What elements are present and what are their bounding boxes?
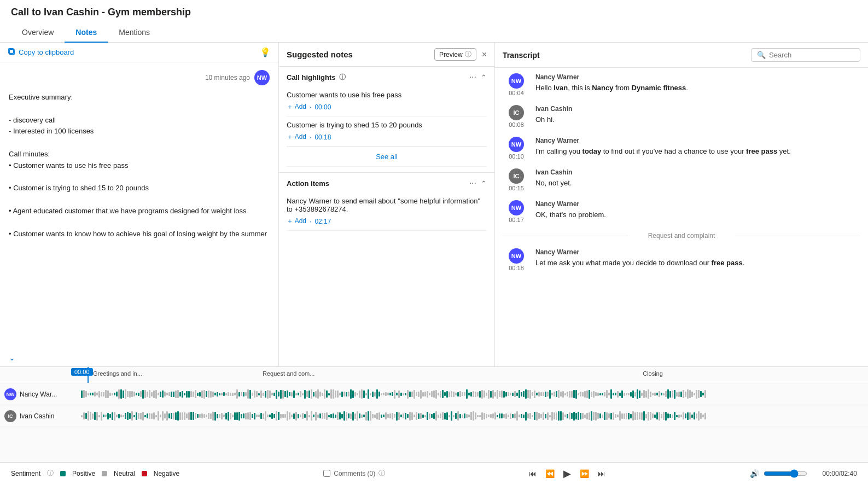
suggested-panel: Suggested notes Preview ⓘ × Call highlig…	[279, 43, 495, 366]
track-name-ic: Ivan Cashin	[20, 412, 54, 420]
waveform-ic	[81, 411, 864, 422]
volume-slider[interactable]	[764, 469, 807, 478]
tab-mentions[interactable]: Mentions	[108, 22, 161, 42]
action-items-title: Action items	[287, 179, 329, 188]
action-text-1: Nancy Warner to send email about "some h…	[287, 197, 487, 213]
total-time: 02:40	[841, 470, 857, 477]
segment-labels: Greetings and in... Request and com... C…	[0, 367, 868, 383]
negative-label: Negative	[154, 470, 179, 477]
add-highlight-1-button[interactable]: ＋ Add · 00:00	[287, 102, 487, 112]
action-timestamp-1[interactable]: 02:17	[314, 218, 331, 225]
track-nw: NW Nancy War...	[0, 383, 868, 405]
action-items-menu-button[interactable]: ···	[469, 178, 476, 188]
info-icon: ⓘ	[465, 50, 471, 59]
transcript-content[interactable]: NW 00:04 Nancy Warner Hello Ivan, this i…	[495, 68, 868, 366]
highlight-text-1: Customer wants to use his free pass	[287, 91, 487, 99]
negative-dot	[142, 471, 147, 476]
timeline-section: 00:00 Greetings and in... Request and co…	[0, 366, 868, 462]
add-action-1-button[interactable]: ＋ Add · 02:17	[287, 217, 487, 226]
notes-content[interactable]: 10 minutes ago NW Executive summary: - d…	[0, 62, 278, 366]
segment-closing: Closing	[438, 367, 868, 383]
bottom-controls: Sentiment ⓘ Positive Neutral Negative Co…	[0, 462, 868, 484]
positive-label: Positive	[72, 470, 95, 477]
play-button[interactable]: ▶	[563, 468, 571, 480]
collapse-notes-button[interactable]: ⌄	[9, 353, 15, 362]
search-icon: 🔍	[757, 51, 766, 59]
speaker-1: Nancy Warner	[535, 73, 860, 81]
info-comments-icon: ⓘ	[378, 469, 385, 478]
call-highlights-menu-button[interactable]: ···	[469, 72, 476, 82]
page-title: Call to Ivan Cashin - Gym membership	[0, 0, 868, 22]
transcript-header: Transcript 🔍	[495, 43, 868, 68]
speaker-5: Nancy Warner	[535, 200, 860, 208]
transcript-entry-1: NW 00:04 Nancy Warner Hello Ivan, this i…	[503, 73, 860, 96]
call-highlights-section: Call highlights ⓘ ··· ⌃ Customer wants t…	[279, 66, 494, 172]
highlight-timestamp-2[interactable]: 00:18	[314, 133, 331, 141]
info-icon: ⓘ	[339, 73, 346, 82]
call-highlights-title: Call highlights ⓘ	[287, 73, 346, 82]
copy-clipboard-label: Copy to clipboard	[19, 48, 74, 56]
avatar-nw-3: NW	[509, 200, 524, 215]
current-time-badge: 00:00	[71, 368, 93, 376]
comments-row: Comments (0) ⓘ	[323, 469, 385, 478]
tab-overview[interactable]: Overview	[11, 22, 65, 42]
avatar-nw-4: NW	[509, 248, 524, 264]
text-5: OK, that's no problem.	[535, 209, 860, 220]
track-name-nw: Nancy War...	[20, 390, 57, 398]
call-highlights-collapse-button[interactable]: ⌃	[481, 73, 487, 81]
text-2: Oh hi.	[535, 114, 860, 125]
time-display: 00:00/02:40	[823, 470, 857, 477]
highlight-timestamp-1[interactable]: 00:00	[314, 103, 331, 111]
divider-request-complaint: Request and complaint	[503, 232, 860, 240]
transcript-entry-6: NW 00:18 Nancy Warner Let me ask you wha…	[503, 248, 860, 271]
suggested-title: Suggested notes	[287, 50, 353, 59]
avatar-nw-2: NW	[509, 137, 524, 152]
track-label-ic: IC Ivan Cashin	[4, 410, 81, 422]
transcript-entry-4: IC 00:15 Ivan Cashin No, not yet.	[503, 168, 860, 191]
highlight-text-2: Customer is trying to shed 15 to 20 poun…	[287, 121, 487, 129]
avatar-ic-track: IC	[4, 410, 16, 422]
neutral-label: Neutral	[114, 470, 135, 477]
suggested-header: Suggested notes Preview ⓘ ×	[279, 43, 494, 66]
notes-toolbar: Copy to clipboard 💡	[0, 43, 278, 62]
waveform-nw	[81, 389, 864, 400]
lightbulb-icon: 💡	[260, 47, 271, 57]
speaker-6: Nancy Warner	[535, 248, 860, 256]
action-items-collapse-button[interactable]: ⌃	[481, 179, 487, 188]
transcript-panel: Transcript 🔍 NW 00:04 Nancy Warner Hello…	[495, 43, 868, 366]
skip-to-end-button[interactable]: ⏭	[598, 469, 605, 478]
time-3: 00:10	[509, 153, 524, 160]
notes-panel: Copy to clipboard 💡 10 minutes ago NW Ex…	[0, 43, 279, 366]
positive-dot	[60, 471, 66, 476]
info-sentiment-icon: ⓘ	[47, 469, 54, 478]
rewind-button[interactable]: ⏪	[545, 469, 555, 478]
tracks: NW Nancy War... IC Ivan Cashin	[0, 383, 868, 462]
avatar-ic-1: IC	[509, 105, 524, 120]
search-box[interactable]: 🔍	[751, 48, 860, 62]
tab-notes[interactable]: Notes	[65, 22, 108, 42]
see-all-button[interactable]: See all	[287, 147, 487, 167]
avatar-ic-2: IC	[509, 168, 524, 184]
transcript-entry-5: NW 00:17 Nancy Warner OK, that's no prob…	[503, 200, 860, 223]
current-time: 00:00	[823, 470, 839, 477]
comments-checkbox[interactable]	[323, 470, 330, 477]
search-input[interactable]	[769, 51, 854, 59]
add-highlight-2-button[interactable]: ＋ Add · 00:18	[287, 132, 487, 142]
fast-forward-button[interactable]: ⏩	[580, 469, 589, 478]
avatar-nw-track: NW	[4, 388, 16, 400]
notes-text: Executive summary: - discovery call - In…	[9, 92, 270, 240]
segment-request: Request and com...	[257, 367, 438, 383]
transcript-entry-3: NW 00:10 Nancy Warner I'm calling you to…	[503, 137, 860, 160]
tabs-bar: Overview Notes Mentions	[0, 22, 868, 43]
sentiment-row: Sentiment ⓘ Positive Neutral Negative	[11, 469, 179, 478]
skip-to-start-button[interactable]: ⏮	[529, 469, 537, 478]
avatar-nw-1: NW	[509, 73, 524, 89]
close-suggested-button[interactable]: ×	[482, 50, 487, 60]
speaker-4: Ivan Cashin	[535, 168, 860, 176]
time-6: 00:18	[509, 265, 524, 271]
volume-row: 🔊 00:00/02:40	[750, 469, 857, 478]
copy-clipboard-button[interactable]: Copy to clipboard	[8, 48, 74, 57]
preview-badge: Preview ⓘ	[434, 48, 476, 61]
notes-avatar: NW	[254, 70, 270, 85]
text-4: No, not yet.	[535, 178, 860, 189]
